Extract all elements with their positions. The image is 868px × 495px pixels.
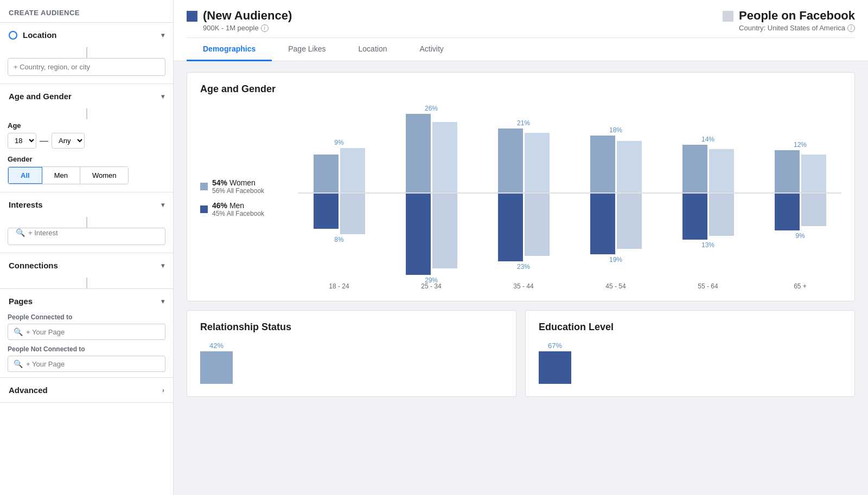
men-bar-col-4: 13% [667, 194, 749, 249]
gender-all-button[interactable]: All [8, 167, 42, 184]
age-row: 18 — Any [8, 133, 165, 149]
advanced-label: Advanced [9, 385, 48, 395]
women-bar-pair-3 [590, 136, 642, 192]
audience-square-icon [187, 11, 197, 22]
men-bars-row: 8%29%23%19%13%9% [298, 194, 841, 280]
people-not-connected-label: People Not Connected to [8, 345, 165, 353]
people-country: Country: United States of America i [739, 24, 855, 32]
women-bar-col-4: 14% [667, 136, 749, 192]
people-square-icon [723, 11, 733, 22]
sidebar-section-pages: Pages ▾ People Connected to 🔍 People Not… [0, 289, 173, 378]
men-bar-pct-3: 19% [609, 256, 622, 263]
men-bar-4 [682, 194, 707, 240]
age-label-0: 18 - 24 [298, 282, 380, 290]
tab-page-likes[interactable]: Page Likes [272, 38, 342, 61]
gender-women-button[interactable]: Women [80, 167, 129, 184]
location-input-wrap [0, 58, 173, 83]
people-not-connected-section: People Not Connected to 🔍 [0, 345, 173, 377]
pages-section-header[interactable]: Pages ▾ [0, 289, 173, 313]
tab-demographics[interactable]: Demographics [187, 38, 272, 61]
relationship-bar-women [200, 351, 233, 384]
age-gender-chevron-icon: ▾ [161, 93, 164, 100]
men-bar-0 [314, 194, 339, 229]
women-bar-col-3: 18% [575, 126, 657, 192]
people-connected-search-icon: 🔍 [14, 327, 23, 336]
education-level-card: Education Level 67% [525, 310, 855, 397]
women-bar-col-0: 9% [298, 139, 380, 192]
main-header: (New Audience) 900K - 1M people i People… [174, 0, 868, 61]
location-circle-icon [9, 31, 17, 40]
men-legend-icon [200, 205, 208, 213]
men-bar-fb-2 [525, 194, 550, 256]
bottom-cards: Relationship Status 42% Education Level … [187, 310, 855, 397]
women-bar-5 [775, 150, 800, 192]
women-bar-pct-5: 12% [794, 141, 807, 149]
men-bar-col-3: 19% [575, 194, 657, 263]
age-gender-card-title: Age and Gender [200, 83, 841, 95]
women-bar-pct-0: 9% [334, 139, 343, 146]
women-bar-col-2: 21% [482, 119, 565, 192]
location-chevron-icon: ▾ [161, 31, 164, 39]
interest-search-icon: 🔍 [16, 228, 25, 237]
connections-connector [86, 278, 87, 288]
women-legend-icon [200, 183, 208, 190]
age-label-4: 55 - 64 [667, 282, 749, 290]
people-connected-input[interactable] [26, 328, 159, 336]
interests-section-header[interactable]: Interests ▾ [0, 192, 173, 217]
education-pct: 67% [548, 342, 562, 350]
men-bar-col-1: 29% [390, 194, 473, 284]
sidebar-section-advanced: Advanced › [0, 378, 173, 403]
men-bar-pair-3 [590, 194, 642, 254]
education-bar-men [539, 351, 571, 384]
men-bar-fb-4 [709, 194, 734, 236]
age-min-select[interactable]: 18 [8, 133, 36, 149]
connections-chevron-icon: ▾ [161, 262, 164, 269]
pages-label: Pages [9, 297, 33, 306]
location-section-header[interactable]: Location ▾ [0, 23, 173, 47]
men-legend: 46% Men 45% All Facebook [200, 201, 282, 217]
main-content: (New Audience) 900K - 1M people i People… [174, 0, 868, 495]
age-dash: — [40, 136, 48, 146]
people-on-facebook-title: People on Facebook [739, 9, 855, 23]
women-bars-row: 9%26%21%18%14%12% [298, 106, 841, 192]
country-info-icon: i [847, 24, 855, 32]
age-gender-connector [86, 108, 87, 119]
sidebar-section-connections: Connections ▾ [0, 253, 173, 289]
audience-info-icon: i [261, 24, 269, 32]
location-input[interactable] [8, 58, 165, 76]
sidebar-section-location: Location ▾ [0, 23, 173, 84]
women-bar-fb-1 [432, 122, 457, 192]
people-not-connected-input-wrap[interactable]: 🔍 [8, 356, 165, 372]
men-bar-pair-2 [498, 194, 550, 261]
men-bar-pct-5: 9% [795, 232, 805, 240]
men-bar-col-5: 9% [759, 194, 841, 240]
men-bar-pct-2: 23% [517, 263, 530, 271]
education-bars: 67% [539, 342, 841, 384]
people-not-connected-input[interactable] [26, 360, 159, 368]
chart-legend: 54% Women 56% All Facebook 46% Men 45% A… [200, 106, 282, 290]
men-bar-fb-5 [801, 194, 826, 226]
connections-section-header[interactable]: Connections ▾ [0, 253, 173, 278]
age-max-select[interactable]: Any [52, 133, 85, 149]
age-gender-label: Age and Gender [9, 92, 72, 101]
women-bar-pair-4 [682, 145, 734, 192]
tab-location[interactable]: Location [342, 38, 404, 61]
interests-input-wrap[interactable]: 🔍 [8, 228, 165, 245]
age-label-1: 25 - 34 [390, 282, 473, 290]
age-gender-section-header[interactable]: Age and Gender ▾ [0, 84, 173, 108]
tab-activity[interactable]: Activity [403, 38, 459, 61]
chart-bars-area: 9%26%21%18%14%12% 8%29%23%19%13%9% 18 - … [298, 106, 841, 290]
interests-input[interactable] [28, 229, 157, 237]
women-bar-col-5: 12% [759, 141, 841, 192]
women-bar-pct-1: 26% [425, 105, 438, 112]
women-bar-3 [590, 136, 615, 192]
people-connected-input-wrap[interactable]: 🔍 [8, 324, 165, 340]
gender-men-button[interactable]: Men [42, 167, 80, 184]
location-label: Location [23, 30, 57, 40]
advanced-section-header[interactable]: Advanced › [0, 378, 173, 402]
women-bar-pair-5 [775, 150, 826, 192]
age-gender-controls: Age 18 — Any Gender All Men Women [0, 121, 173, 192]
people-text: People on Facebook Country: United State… [739, 9, 855, 32]
sidebar-section-interests: Interests ▾ 🔍 [0, 192, 173, 253]
women-bar-fb-4 [709, 149, 734, 192]
